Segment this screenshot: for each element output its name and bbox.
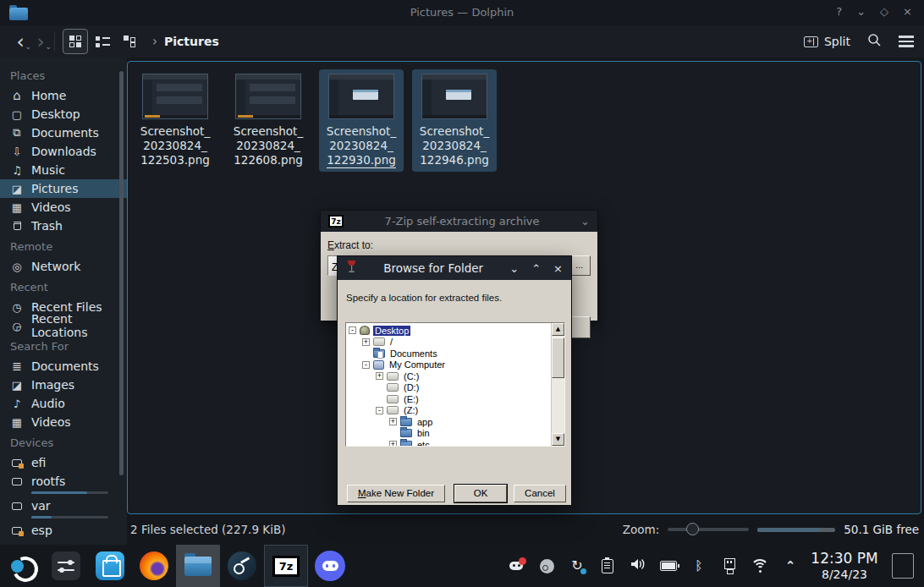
titlebar[interactable]: Pictures — Dolphin ? ⌄ ◇ × (0, 0, 924, 25)
bluetooth-tray-button[interactable]: ᛒ (684, 545, 714, 587)
sidebar-item-network[interactable]: Network (0, 257, 127, 276)
file-item[interactable]: Screenshot_20230824_122930.png (319, 69, 404, 172)
sidebar-item-music[interactable]: Music (0, 161, 127, 179)
collapse-expander-icon[interactable]: - (362, 361, 370, 369)
zoom-slider-handle[interactable] (686, 523, 699, 535)
show-desktop-button[interactable] (892, 553, 914, 579)
clock[interactable]: 12:30 PM 8/24/23 (806, 551, 883, 581)
expand-tray-button[interactable]: ⌃ (775, 545, 806, 587)
cancel-button[interactable]: Cancel (514, 485, 566, 502)
tree-item-d-drive[interactable]: (D:) (346, 382, 551, 394)
discover-bag-icon (96, 551, 124, 580)
expand-expander-icon[interactable]: + (376, 372, 383, 380)
sidebar-item-home[interactable]: Home (0, 86, 127, 105)
tree-item-desktop[interactable]: -Desktop (346, 325, 551, 337)
wifi-tray-button[interactable] (745, 545, 775, 587)
collapse-expander-icon[interactable]: - (376, 407, 383, 414)
file-item[interactable]: Screenshot_20230824_122946.png (412, 69, 497, 172)
maximize-button[interactable]: ◇ (880, 5, 888, 18)
browse-dialog-titlebar[interactable]: Browse for Folder ⌄ ⌃ × (338, 256, 571, 280)
forward-button[interactable]: › ⌄ (30, 33, 51, 50)
make-new-folder-button[interactable]: Make New Folder (347, 485, 445, 502)
volume-tray-button[interactable] (623, 545, 653, 587)
tree-item-root[interactable]: +/ (346, 337, 551, 348)
collapse-icon[interactable]: ⌄ (580, 215, 590, 228)
file-item[interactable]: Screenshot_20230824_122503.png (133, 69, 217, 172)
usb-tray-button[interactable] (714, 545, 745, 587)
sidebar-item-trash[interactable]: Trash (0, 217, 127, 235)
sidebar-item-search-audio[interactable]: ♪Audio (0, 394, 127, 413)
tree-item-my-computer[interactable]: -My Computer (346, 359, 551, 371)
minimize-icon[interactable]: ⌄ (509, 262, 519, 275)
drive-icon (387, 372, 399, 381)
sidebar-item-downloads[interactable]: Downloads (0, 142, 127, 161)
discover-button[interactable] (88, 545, 132, 587)
sidebar-item-recent-locations[interactable]: Recent Locations (0, 316, 127, 335)
split-button[interactable]: Split (804, 35, 850, 48)
scroll-down-icon[interactable]: ▼ (552, 433, 564, 446)
folder-tree[interactable]: -Desktop +/ Documents -My Computer +(C:)… (345, 322, 565, 447)
sidebar-item-var[interactable]: var (0, 496, 127, 515)
expand-expander-icon[interactable]: + (389, 418, 397, 425)
clipboard-tray-button[interactable] (592, 545, 623, 587)
tree-item-z-drive[interactable]: -(Z:) (346, 405, 551, 417)
sevenzip-dialog-titlebar[interactable]: 7z 7-Zip self-extracting archive ⌄ (321, 211, 597, 232)
tree-item-app[interactable]: +app (346, 416, 551, 428)
firefox-button[interactable] (132, 545, 176, 587)
dolphin-task-button[interactable] (176, 545, 220, 587)
app-launcher-button[interactable] (0, 545, 44, 587)
expand-expander-icon[interactable]: + (362, 338, 370, 346)
details-view-button[interactable] (90, 29, 115, 54)
steam-tray-button[interactable] (531, 545, 562, 587)
close-button[interactable]: × (903, 5, 912, 18)
browse-dialog-title: Browse for Folder (357, 261, 509, 275)
sidebar-item-pictures[interactable]: Pictures (0, 179, 127, 198)
tree-item-c-drive[interactable]: +(C:) (346, 370, 551, 382)
system-settings-button[interactable] (44, 545, 88, 587)
tree-item-etc[interactable]: +etc (346, 439, 551, 446)
steam-button[interactable] (220, 545, 264, 587)
file-item[interactable]: Screenshot_20230824_122608.png (226, 69, 311, 172)
collapse-expander-icon[interactable]: - (349, 326, 356, 334)
minimize-button[interactable]: ⌄ (856, 5, 866, 18)
sidebar-item-documents[interactable]: Documents (0, 123, 127, 142)
sidebar-item-search-documents[interactable]: Documents (0, 357, 127, 376)
discord-tray-button[interactable] (501, 545, 531, 587)
sidebar-item-rootfs[interactable]: rootfs (0, 472, 127, 491)
sidebar-item-desktop[interactable]: Desktop (0, 105, 127, 123)
back-button[interactable]: ‹ ⌄ (10, 33, 30, 50)
menu-icon[interactable] (899, 36, 914, 47)
sidebar-item-esp[interactable]: esp (0, 521, 127, 540)
maximize-icon[interactable]: ⌃ (531, 262, 541, 275)
battery-icon (660, 561, 677, 571)
help-button[interactable]: ? (836, 5, 842, 18)
forward-history-icon[interactable]: ⌄ (45, 38, 52, 55)
download-icon (10, 145, 24, 158)
settings-sliders-icon (52, 551, 80, 580)
updates-tray-button[interactable]: ↻ (562, 545, 592, 587)
sidebar-item-search-videos[interactable]: Videos (0, 413, 127, 431)
tree-scrollbar[interactable]: ▲ ▼ (551, 323, 564, 446)
tree-view-button[interactable] (117, 29, 142, 54)
tree-item-bin[interactable]: bin (346, 428, 551, 440)
discord-button[interactable] (308, 545, 352, 587)
close-icon[interactable]: × (553, 262, 563, 275)
expand-expander-icon[interactable]: + (389, 441, 397, 446)
ok-button[interactable]: OK (454, 485, 507, 502)
scroll-up-icon[interactable]: ▲ (552, 323, 564, 336)
tree-item-documents[interactable]: Documents (346, 348, 551, 359)
scrollbar-thumb[interactable] (552, 337, 564, 378)
icons-view-button[interactable] (63, 29, 88, 54)
breadcrumb[interactable]: Pictures (164, 35, 219, 48)
sidebar-item-search-images[interactable]: Images (0, 376, 127, 394)
home-icon (10, 88, 24, 103)
sidebar-item-videos[interactable]: Videos (0, 198, 127, 217)
tree-item-e-drive[interactable]: (E:) (346, 393, 551, 405)
search-icon[interactable] (867, 33, 882, 51)
sevenzip-task-button[interactable]: 7z (264, 545, 308, 587)
sidebar-item-efi[interactable]: efi (0, 453, 127, 472)
trash-icon (10, 222, 24, 230)
battery-tray-button[interactable] (653, 545, 684, 587)
sidebar-scrollbar[interactable] (119, 71, 124, 475)
zoom-slider[interactable] (668, 523, 749, 536)
